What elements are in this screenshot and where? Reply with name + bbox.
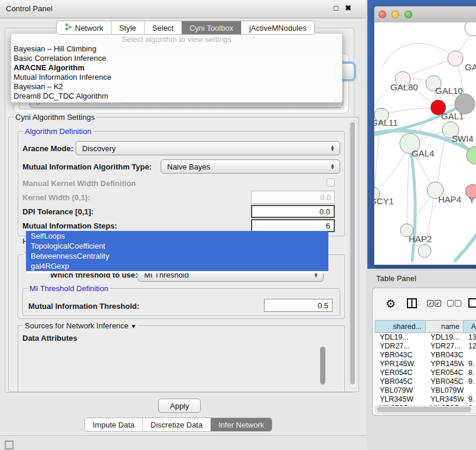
tab-cyni-toolbox[interactable]: Cyni Toolbox <box>182 21 242 34</box>
algorithm-option[interactable]: ARACNE Algorithm <box>11 63 342 73</box>
graph-node-top-partial[interactable] <box>465 22 476 36</box>
aracne-mode-value: Discovery <box>76 144 328 153</box>
tab-discretize-data[interactable]: Discretize Data <box>143 418 211 431</box>
settings-scrollbar[interactable] <box>349 120 357 389</box>
tab-select[interactable]: Select <box>145 21 182 34</box>
gear-icon[interactable]: ⚙ <box>386 297 396 311</box>
table-cell: YDR27... <box>375 342 426 351</box>
dropdown-placeholder: Select algorithm to view settings <box>11 34 342 44</box>
tab-style[interactable]: Style <box>112 21 145 34</box>
checked-boxes-icon[interactable]: ✓✓ <box>427 300 441 306</box>
tab-network[interactable]: Network <box>57 21 112 34</box>
algorithm-dropdown-list: Select algorithm to view settings Bayesi… <box>11 33 343 103</box>
node-label-HAP4: HAP4 <box>438 194 461 204</box>
float-window-icon[interactable]: □ <box>334 4 338 12</box>
data-attributes-list[interactable]: SelfLoopsTopologicalCoefficientBetweenne… <box>26 231 328 273</box>
table-row[interactable]: YBR043CYBR043C <box>375 351 476 360</box>
manual-kernel-checkbox[interactable] <box>327 178 335 187</box>
table-cell: YLR345W <box>426 395 464 404</box>
table-cell: YBL079W <box>426 386 464 395</box>
right-column: GALGAL80GAL10GAL1GAL11SWI4GAL4GCY1HAP4YH… <box>366 0 476 450</box>
graph-node-bottom-partial[interactable] <box>418 244 431 257</box>
aracne-mode-label: Aracne Mode: <box>22 144 73 153</box>
node-label-pink-top: GAL <box>465 62 476 72</box>
table-rows: YDL19...YDL19...13YDR27...YDR27...12YBR0… <box>375 333 476 406</box>
mi-threshold-input[interactable]: 0.5 <box>264 299 332 312</box>
sources-group-label[interactable]: Sources for Network Inference ▼ <box>23 321 138 330</box>
stepper-arrows-icon: ▲▼ <box>328 164 340 169</box>
apply-button[interactable]: Apply <box>158 399 201 413</box>
split-columns-icon[interactable] <box>407 298 417 311</box>
table-cell: YBR045C <box>426 377 464 386</box>
apply-button-label: Apply <box>170 402 190 410</box>
table-cell: YBL079W <box>375 386 426 395</box>
tab-jactivemnodules[interactable]: jActiveMNodules <box>242 21 314 34</box>
mac-minimize-button[interactable] <box>392 11 399 18</box>
tab-infer-network[interactable]: Infer Network <box>211 418 272 431</box>
graph-edge <box>455 234 476 260</box>
table-cell: YDL19... <box>375 333 426 342</box>
attributes-scrollbar-thumb[interactable] <box>320 347 325 384</box>
cyni-bottom-tabs: Impute DataDiscretize DataInfer Network <box>84 418 272 432</box>
node-label-GCY1: GCY1 <box>374 196 394 206</box>
table-row[interactable]: YBL079WYBL079W <box>375 386 476 395</box>
mi-threshold-label: Mutual Information Threshold: <box>28 302 139 311</box>
close-icon[interactable]: ✖ <box>345 4 351 12</box>
mac-zoom-button[interactable] <box>405 11 412 18</box>
attribute-item[interactable]: gal4RGexp <box>26 261 328 271</box>
graph-node-gray-node[interactable] <box>455 94 475 114</box>
mi-type-combo[interactable]: Naive Bayes ▲▼ <box>161 159 340 174</box>
unchecked-boxes-icon[interactable] <box>447 300 461 306</box>
table-panel-title: Table Panel <box>376 274 416 283</box>
restore-window-icon[interactable] <box>5 441 14 449</box>
settings-scrollbar-thumb[interactable] <box>350 122 355 384</box>
network-icon <box>64 23 72 32</box>
table-hscrollbar[interactable] <box>375 406 476 414</box>
table-hscrollbar-thumb[interactable] <box>377 407 471 412</box>
graph-edge <box>407 144 410 230</box>
table-row[interactable]: YDL19...YDL19...13 <box>375 333 476 342</box>
control-panel-titlebar: Control Panel □ ✖ <box>0 0 366 18</box>
aracne-mode-combo[interactable]: Discovery ▲▼ <box>76 141 340 155</box>
algorithm-option[interactable]: Bayesian – Hill Climbing <box>11 44 342 54</box>
data-attributes-label: Data Attributes <box>22 334 77 343</box>
table-row[interactable]: YBR045CYBR045C9. <box>375 377 476 386</box>
table-row[interactable]: YER054CYER054C8. <box>375 369 476 377</box>
table-cell: 9. <box>464 395 476 404</box>
kernel-width-input[interactable]: 0.0 <box>251 191 335 204</box>
dpi-tolerance-input[interactable]: 0.0 <box>251 205 335 218</box>
mac-close-button[interactable] <box>379 11 386 18</box>
kernel-width-label: Kernel Width (0,1): <box>22 193 90 202</box>
table-row[interactable]: YLR345WYLR345W9. <box>375 395 476 404</box>
table-row[interactable]: YDR27...YDR27...12 <box>375 342 476 351</box>
new-table-icon[interactable] <box>468 298 476 311</box>
mi-steps-value: 6 <box>326 221 330 230</box>
attribute-item[interactable]: BetweennessCentrality <box>26 251 328 261</box>
algorithm-definition-label: Algorithm Definition <box>23 127 93 136</box>
algorithm-option[interactable]: Basic Correlation Inference <box>11 54 342 63</box>
control-panel: Control Panel □ ✖ NetworkStyleSelectCyni… <box>0 0 367 436</box>
attribute-item[interactable]: SelfLoops <box>26 231 328 241</box>
column-header-name[interactable]: name <box>426 320 464 333</box>
mi-threshold-value: 0.5 <box>318 301 328 310</box>
tab-impute-data[interactable]: Impute Data <box>85 418 143 431</box>
mi-steps-label: Mutual Information Steps: <box>22 221 117 230</box>
mi-steps-input[interactable]: 6 <box>251 219 335 232</box>
algorithm-option[interactable]: Mutual Information Inference <box>11 73 342 82</box>
dpi-tolerance-label: DPI Tolerance [0,1]: <box>22 207 93 216</box>
graph-node-pink-top[interactable] <box>448 51 463 66</box>
graph-edge <box>382 107 438 115</box>
dpi-tolerance-value: 0.0 <box>319 207 330 216</box>
node-label-GAL10: GAL10 <box>435 86 463 96</box>
network-window: GALGAL80GAL10GAL1GAL11SWI4GAL4GCY1HAP4YH… <box>374 6 476 265</box>
algorithm-option[interactable]: Dream8 DC_TDC Algorithm <box>11 92 342 101</box>
column-header-A[interactable]: A <box>464 320 476 333</box>
algorithm-option[interactable]: Bayesian – K2 <box>11 82 342 92</box>
table-row[interactable]: YPR145WYPR145W9. <box>375 360 476 369</box>
sources-label: Sources for Network Inference <box>25 321 129 330</box>
column-header-shared[interactable]: shared... <box>375 320 426 333</box>
node-label-salmon: Y <box>469 195 475 205</box>
attribute-item[interactable]: TopologicalCoefficient <box>26 241 328 251</box>
network-canvas[interactable]: GALGAL80GAL10GAL1GAL11SWI4GAL4GCY1HAP4YH… <box>374 22 476 265</box>
mi-threshold-group-label: MI Threshold Definition <box>28 284 110 293</box>
